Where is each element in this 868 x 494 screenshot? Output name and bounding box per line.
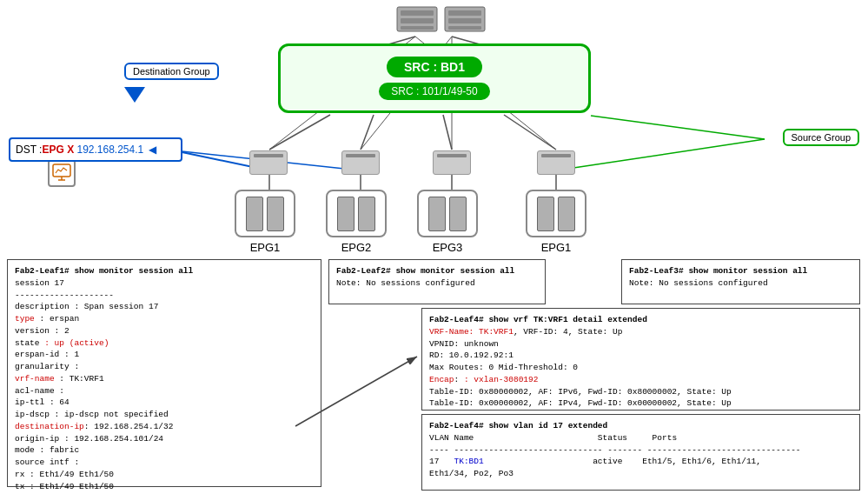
svg-rect-21	[401, 26, 434, 30]
leaf2-title: Fab2-Leaf2# show monitor session all	[336, 265, 538, 277]
dst-epg-label: EPG X	[42, 144, 74, 156]
terminal-panel-leaf3: Fab2-Leaf3# show monitor session all Not…	[621, 259, 860, 304]
terminal-panel-vrf: Fab2-Leaf4# show vrf TK:VRF1 detail exte…	[421, 308, 860, 411]
svg-line-4	[443, 115, 452, 150]
leaf1-line11: ip-ttl : 64	[15, 397, 314, 409]
leaf1-line12: ip-dscp : ip-dscp not specified	[15, 409, 314, 421]
terminal-panel-vlan: Fab2-Leaf4# show vlan id 17 extended VLA…	[421, 414, 860, 491]
spine-switch-1	[395, 3, 439, 38]
vrf-line4: Max Routes: 0 Mid-Threshold: 0	[429, 362, 852, 374]
leaf1-line5: version : 2	[15, 325, 314, 337]
svg-line-17	[556, 139, 765, 170]
leaf-switch-1	[249, 150, 288, 175]
svg-rect-23	[448, 10, 481, 16]
vrf-line5: Encap: : vxlan-3080192	[429, 374, 852, 386]
vlan-title: Fab2-Leaf4# show vlan id 17 extended	[429, 420, 852, 432]
leaf1-line15: mode : fabric	[15, 444, 314, 457]
leaf1-line4: type : erspan	[15, 313, 314, 325]
vrf-title: Fab2-Leaf4# show vrf TK:VRF1 detail exte…	[429, 314, 852, 326]
svg-line-2	[269, 115, 330, 150]
monitor-icon	[48, 159, 76, 187]
vrf-line3: RD: 10.0.192.92:1	[429, 350, 852, 362]
leaf2-line1: Note: No sessions configured	[336, 277, 538, 290]
dst-label: DST :	[16, 144, 42, 156]
spine-switch-2	[443, 3, 487, 38]
svg-line-16	[591, 116, 765, 139]
leaf1-line6: state : up (active)	[15, 337, 314, 350]
leaf1-line2: --------------------	[15, 290, 314, 302]
leaf1-line14: origin-ip : 192.168.254.101/24	[15, 433, 314, 445]
leaf3-title: Fab2-Leaf3# show monitor session all	[629, 265, 852, 277]
epg-box-4: EPG1	[526, 190, 586, 254]
epg-box-3: EPG3	[417, 190, 478, 254]
vlan-row1-ports2: Eth1/34, Po2, Po3	[429, 468, 852, 480]
vrf-line1: VRF-Name: TK:VRF1, VRF-ID: 4, State: Up	[429, 326, 852, 338]
leaf1-line16: source intf :	[15, 457, 314, 469]
leaf1-line9: vrf-name : TK:VRF1	[15, 373, 314, 385]
leaf1-title: Fab2-Leaf1# show monitor session all	[15, 265, 314, 277]
epg-box-2: EPG2	[326, 190, 387, 254]
vrf-line6: Table-ID: 0x80000002, AF: IPv6, Fwd-ID: …	[429, 386, 852, 398]
epg-label-1: EPG1	[250, 241, 281, 254]
terminal-panel-leaf2: Fab2-Leaf2# show monitor session all Not…	[328, 259, 546, 304]
leaf1-line13: destination-ip: 192.168.254.1/32	[15, 421, 314, 433]
epg-label-3: EPG3	[433, 241, 463, 254]
svg-rect-20	[401, 18, 434, 23]
epg-box-1: EPG1	[235, 190, 295, 254]
destination-group-label: Destination Group	[124, 63, 219, 80]
src-port-label: SRC : 101/1/49-50	[379, 83, 489, 100]
dst-arrow-icon: ◀	[149, 144, 156, 156]
leaf1-line10: acl-name :	[15, 385, 314, 397]
epg-label-4: EPG1	[541, 241, 572, 254]
vlan-spacer	[429, 480, 852, 492]
destination-group-arrow	[124, 87, 145, 103]
dst-epg-box: DST : EPG X 192.168.254.1 ◀	[9, 137, 182, 162]
vlan-row1: 17 TK:BD1 active Eth1/5, Eth1/6, Eth1/11…	[429, 456, 852, 468]
source-group-label: Source Group	[783, 129, 859, 146]
leaf1-line18: tx : Eth1/49 Eth1/50	[15, 481, 314, 493]
terminal-panel-leaf1: Fab2-Leaf1# show monitor session all ses…	[7, 259, 321, 487]
leaf-switch-4	[537, 150, 575, 175]
epg-label-2: EPG2	[341, 241, 372, 254]
svg-rect-19	[401, 10, 434, 16]
svg-rect-25	[448, 26, 481, 30]
svg-rect-24	[448, 18, 481, 23]
leaf-switch-2	[341, 150, 380, 175]
vlan-sep1: ---- ------------------------------ ----…	[429, 444, 852, 457]
vrf-line2: VPNID: unknown	[429, 338, 852, 350]
src-bd1-box: SRC : BD1 SRC : 101/1/49-50	[278, 43, 591, 113]
leaf1-line17: rx : Eth1/49 Eth1/50	[15, 469, 314, 481]
dst-ip-label: 192.168.254.1	[74, 144, 143, 156]
leaf3-line1: Note: No sessions configured	[629, 277, 852, 290]
leaf1-line8: granularity :	[15, 361, 314, 373]
svg-line-5	[504, 115, 556, 150]
svg-line-3	[361, 115, 374, 150]
leaf-switch-3	[433, 150, 471, 175]
leaf1-line3: description : Span session 17	[15, 301, 314, 313]
vrf-line7: Table-ID: 0x00000002, AF: IPv4, Fwd-ID: …	[429, 397, 852, 410]
leaf1-line7: erspan-id : 1	[15, 349, 314, 361]
src-bd1-label: SRC : BD1	[387, 57, 482, 77]
vlan-header: VLAN Name Status Ports	[429, 432, 852, 444]
leaf1-line1: session 17	[15, 277, 314, 290]
